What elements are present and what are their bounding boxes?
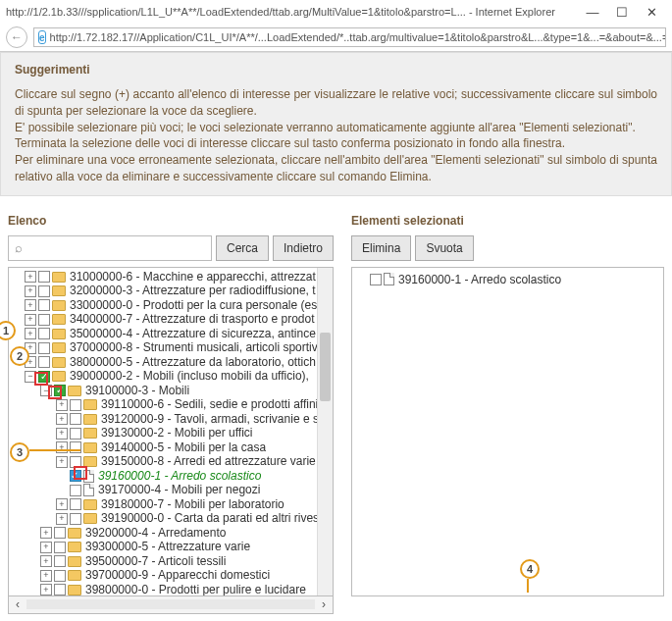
collapse-icon[interactable]: − bbox=[25, 371, 36, 383]
hints-text-4: Per eliminare una voce erroneamente sele… bbox=[15, 152, 657, 185]
tree-row[interactable]: +39300000-5 - Attrezzature varie bbox=[9, 540, 317, 554]
folder-icon bbox=[52, 371, 66, 382]
expand-icon[interactable]: + bbox=[25, 314, 36, 326]
back-button[interactable]: Indietro bbox=[273, 235, 334, 261]
tree-item-label: 39110000-6 - Sedili, sedie e prodotti af… bbox=[101, 397, 317, 412]
callout-2: 2 bbox=[10, 346, 29, 366]
search-toolbar: ⌕ Cerca Indietro bbox=[8, 235, 334, 261]
expand-icon[interactable]: + bbox=[56, 456, 68, 468]
tree-checkbox[interactable] bbox=[70, 428, 81, 440]
search-button[interactable]: Cerca bbox=[216, 235, 269, 261]
tree-checkbox[interactable] bbox=[54, 542, 66, 553]
tree-checkbox[interactable] bbox=[38, 299, 50, 311]
expand-icon[interactable]: + bbox=[56, 498, 68, 510]
horizontal-scrollbar[interactable]: ‹ › bbox=[8, 596, 334, 614]
tree-row[interactable]: +34000000-7 - Attrezzature di trasporto … bbox=[9, 312, 317, 327]
address-bar[interactable]: e http://1.72.182.17//Application/C1L_UI… bbox=[33, 27, 666, 47]
tree-checkbox[interactable] bbox=[70, 441, 81, 453]
tree-checkbox[interactable] bbox=[54, 385, 66, 396]
tree-row[interactable]: 39170000-4 - Mobili per negozi bbox=[9, 483, 317, 497]
tree-row[interactable]: +35000000-4 - Attrezzature di sicurezza,… bbox=[9, 327, 317, 341]
selected-item-row[interactable]: 39160000-1 - Arredo scolastico bbox=[356, 272, 659, 287]
selected-heading: Elementi selezionati bbox=[351, 214, 664, 228]
tree-checkbox[interactable] bbox=[70, 456, 81, 468]
tree-row[interactable]: +39180000-7 - Mobili per laboratorio bbox=[9, 497, 317, 512]
tree-item-label: 39160000-1 - Arredo scolastico bbox=[98, 469, 261, 484]
expand-icon[interactable]: + bbox=[25, 285, 36, 297]
selected-item-label: 39160000-1 - Arredo scolastico bbox=[398, 273, 561, 286]
tree-checkbox[interactable] bbox=[54, 584, 66, 595]
vertical-scrollbar[interactable] bbox=[317, 268, 333, 595]
tree-row[interactable]: +38000000-5 - Attrezzature da laboratori… bbox=[9, 355, 317, 370]
scroll-right-icon[interactable]: › bbox=[315, 596, 333, 612]
tree-row[interactable]: +32000000-3 - Attrezzature per radiodiff… bbox=[9, 284, 317, 298]
tree-row[interactable]: +39110000-6 - Sedili, sedie e prodotti a… bbox=[9, 397, 317, 412]
expand-icon[interactable]: + bbox=[25, 299, 36, 311]
tree-checkbox[interactable] bbox=[38, 356, 50, 368]
expand-icon[interactable]: + bbox=[56, 441, 68, 453]
back-nav-icon[interactable]: ← bbox=[6, 26, 27, 48]
expand-icon[interactable]: + bbox=[56, 513, 68, 525]
tree-row[interactable]: +39140000-5 - Mobili per la casa bbox=[9, 440, 317, 455]
empty-button[interactable]: Svuota bbox=[415, 235, 473, 261]
tree-row[interactable]: +33000000-0 - Prodotti per la cura perso… bbox=[9, 298, 317, 313]
expand-icon[interactable]: + bbox=[40, 584, 52, 595]
tree-checkbox[interactable] bbox=[38, 271, 50, 283]
tree-item-label: 39100000-3 - Mobili bbox=[85, 384, 189, 398]
folder-icon bbox=[83, 456, 97, 467]
tree-row[interactable]: +37000000-8 - Strumenti musicali, artico… bbox=[9, 340, 317, 355]
expand-icon[interactable]: + bbox=[25, 271, 36, 283]
tree-item-label: 32000000-3 - Attrezzature per radiodiffu… bbox=[70, 284, 316, 298]
tree-row[interactable]: +39120000-9 - Tavoli, armadi, scrivanie … bbox=[9, 412, 317, 427]
expand-icon[interactable]: + bbox=[56, 413, 68, 425]
search-input[interactable]: ⌕ bbox=[8, 235, 212, 261]
callout-4: 4 bbox=[520, 559, 540, 579]
maximize-button[interactable]: ☐ bbox=[607, 2, 637, 22]
selected-item-checkbox[interactable] bbox=[370, 274, 382, 285]
expand-icon[interactable]: + bbox=[25, 328, 36, 339]
tree-checkbox[interactable] bbox=[54, 527, 66, 539]
expand-icon[interactable]: + bbox=[40, 527, 52, 539]
close-button[interactable]: ✕ bbox=[637, 2, 666, 22]
tree-checkbox[interactable] bbox=[70, 413, 81, 425]
tree-checkbox[interactable] bbox=[70, 470, 81, 482]
minimize-button[interactable]: — bbox=[578, 2, 607, 22]
tree-row[interactable]: +39130000-2 - Mobili per uffici bbox=[9, 426, 317, 440]
collapse-icon[interactable]: − bbox=[40, 385, 52, 396]
scroll-left-icon[interactable]: ‹ bbox=[9, 596, 26, 612]
tree-checkbox[interactable] bbox=[54, 555, 66, 567]
tree-checkbox[interactable] bbox=[70, 485, 81, 496]
tree-row[interactable]: −39000000-2 - Mobili (incluso mobili da … bbox=[9, 369, 317, 384]
tree-row[interactable]: +39200000-4 - Arredamento bbox=[9, 526, 317, 541]
expand-icon[interactable]: + bbox=[40, 542, 52, 553]
expand-icon[interactable]: + bbox=[56, 399, 68, 411]
tree-row[interactable]: +39150000-8 - Arredi ed attrezzature var… bbox=[9, 454, 317, 469]
tree-row[interactable]: 39160000-1 - Arredo scolastico bbox=[9, 469, 317, 484]
tree-item-label: 39000000-2 - Mobili (incluso mobili da u… bbox=[70, 369, 309, 384]
expand-icon[interactable]: + bbox=[56, 428, 68, 440]
delete-button[interactable]: Elimina bbox=[351, 235, 411, 261]
tree-checkbox[interactable] bbox=[38, 371, 50, 383]
tree-checkbox[interactable] bbox=[70, 399, 81, 411]
tree-checkbox[interactable] bbox=[38, 285, 50, 297]
tree-row[interactable]: +31000000-6 - Macchine e apparecchi, att… bbox=[9, 270, 317, 285]
tree-checkbox[interactable] bbox=[54, 570, 66, 582]
hints-text-1: Cliccare sul segno (+) accanto all'elenc… bbox=[15, 86, 657, 120]
folder-icon bbox=[52, 285, 66, 296]
tree-checkbox[interactable] bbox=[38, 328, 50, 339]
tree-row[interactable]: +39700000-9 - Apparecchi domestici bbox=[9, 568, 317, 583]
expand-icon[interactable]: + bbox=[40, 555, 52, 567]
tree-checkbox[interactable] bbox=[38, 342, 50, 354]
tree-row[interactable]: +39190000-0 - Carta da parati ed altri r… bbox=[9, 511, 317, 526]
tree-checkbox[interactable] bbox=[70, 513, 81, 525]
scroll-thumb[interactable] bbox=[320, 333, 331, 401]
tree-row[interactable]: +39500000-7 - Articoli tessili bbox=[9, 554, 317, 569]
folder-icon bbox=[52, 357, 66, 368]
tree-checkbox[interactable] bbox=[70, 498, 81, 510]
tree-row[interactable]: −39100000-3 - Mobili bbox=[9, 384, 317, 398]
category-tree[interactable]: +31000000-6 - Macchine e apparecchi, att… bbox=[9, 268, 317, 595]
expand-icon[interactable]: + bbox=[40, 570, 52, 582]
hscroll-track[interactable] bbox=[26, 599, 315, 609]
tree-row[interactable]: +39800000-0 - Prodotti per pulire e luci… bbox=[9, 583, 317, 595]
tree-checkbox[interactable] bbox=[38, 314, 50, 326]
